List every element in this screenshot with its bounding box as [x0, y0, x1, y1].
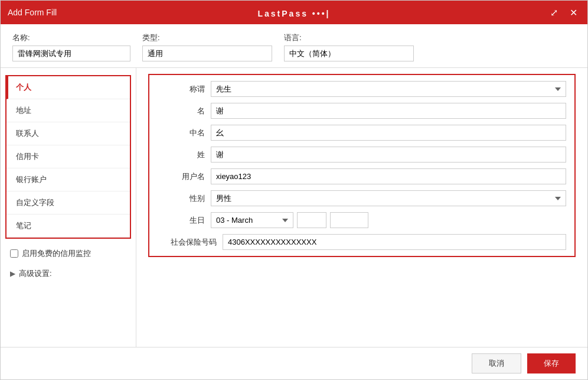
birthday-month-select[interactable]: 03 - March 01 - January 02 - February 04…: [211, 212, 293, 228]
personal-fields-section: 称谓 先生 女士 博士 教授 名 中名: [148, 74, 576, 257]
birthday-inputs: 03 - March 01 - January 02 - February 04…: [211, 212, 368, 228]
logo-text: LastPass: [258, 9, 308, 18]
last-name-input[interactable]: [211, 147, 566, 163]
username-label: 用户名: [158, 171, 205, 182]
username-input[interactable]: [211, 168, 566, 184]
name-input[interactable]: [12, 46, 130, 61]
last-name-label: 姓: [158, 150, 205, 160]
sidebar-item-contact[interactable]: 联系人: [6, 122, 130, 145]
title-label: 称谓: [158, 84, 205, 95]
birthday-label: 生日: [158, 215, 205, 226]
ssn-label: 社会保险号码: [158, 237, 217, 248]
gender-label: 性别: [158, 193, 205, 204]
sidebar: 个人 地址 联系人 信用卡 银行账户 自定义字段 笔记: [1, 68, 136, 347]
cancel-button[interactable]: 取消: [472, 353, 521, 373]
ssn-input[interactable]: [223, 234, 566, 250]
title-select[interactable]: 先生 女士 博士 教授: [211, 81, 566, 97]
main-window: Add Form Fill LastPass •••| ⤢ ✕ 名称: 类型: …: [0, 0, 588, 380]
ssn-row: 社会保险号码: [158, 234, 566, 250]
main-content: 个人 地址 联系人 信用卡 银行账户 自定义字段 笔记: [1, 68, 587, 347]
type-select[interactable]: 通用 其他: [142, 46, 272, 61]
lang-label: 语言:: [284, 33, 414, 43]
sidebar-section: 个人 地址 联系人 信用卡 银行账户 自定义字段 笔记: [5, 75, 131, 239]
first-name-input[interactable]: [211, 103, 566, 119]
sidebar-item-creditcard[interactable]: 信用卡: [6, 145, 130, 168]
credit-monitor-row: 启用免费的信用监控: [1, 242, 136, 265]
middle-name-label: 中名: [158, 128, 205, 138]
first-name-label: 名: [158, 106, 205, 116]
app-logo: LastPass •••|: [258, 5, 331, 20]
name-label: 名称:: [12, 33, 130, 43]
save-button[interactable]: 保存: [527, 353, 576, 373]
advanced-label: 高级设置:: [19, 268, 52, 279]
sidebar-item-address[interactable]: 地址: [6, 99, 130, 122]
type-group: 类型: 通用 其他: [142, 33, 272, 61]
advanced-arrow-icon: ▶: [10, 269, 15, 278]
middle-name-row: 中名: [158, 125, 566, 141]
credit-monitor-checkbox[interactable]: [10, 249, 18, 258]
title-row: 称谓 先生 女士 博士 教授: [158, 81, 566, 97]
last-name-row: 姓: [158, 147, 566, 163]
username-row: 用户名: [158, 168, 566, 184]
sidebar-item-custom[interactable]: 自定义字段: [6, 191, 130, 215]
gender-select[interactable]: 男性 女性: [211, 190, 566, 206]
birthday-row: 生日 03 - March 01 - January 02 - February…: [158, 212, 566, 228]
lang-select[interactable]: 中文（简体） English 日本語: [284, 46, 414, 61]
lang-group: 语言: 中文（简体） English 日本語: [284, 33, 414, 61]
credit-monitor-label: 启用免费的信用监控: [22, 248, 91, 259]
top-form: 名称: 类型: 通用 其他 语言: 中文（简体） English 日本語: [1, 24, 587, 68]
titlebar: Add Form Fill LastPass •••| ⤢ ✕: [1, 1, 587, 24]
right-panel: 称谓 先生 女士 博士 教授 名 中名: [136, 68, 587, 347]
type-label: 类型:: [142, 33, 272, 43]
sidebar-item-bank[interactable]: 银行账户: [6, 168, 130, 191]
expand-button[interactable]: ⤢: [547, 6, 561, 20]
window-title: Add Form Fill: [8, 8, 57, 17]
sidebar-item-notes[interactable]: 笔记: [6, 215, 130, 238]
middle-name-input[interactable]: [211, 125, 566, 141]
advanced-settings-row[interactable]: ▶ 高级设置:: [1, 265, 136, 282]
gender-row: 性别 男性 女性: [158, 190, 566, 206]
first-name-row: 名: [158, 103, 566, 119]
window-controls: ⤢ ✕: [547, 6, 580, 20]
birthday-day-input[interactable]: [297, 212, 326, 228]
logo-dots: •••|: [308, 9, 331, 18]
sidebar-item-personal[interactable]: 个人: [6, 76, 130, 99]
name-group: 名称:: [12, 33, 130, 61]
bottom-bar: 取消 保存: [1, 347, 587, 379]
birthday-year-input[interactable]: [330, 212, 368, 228]
close-button[interactable]: ✕: [567, 6, 580, 20]
